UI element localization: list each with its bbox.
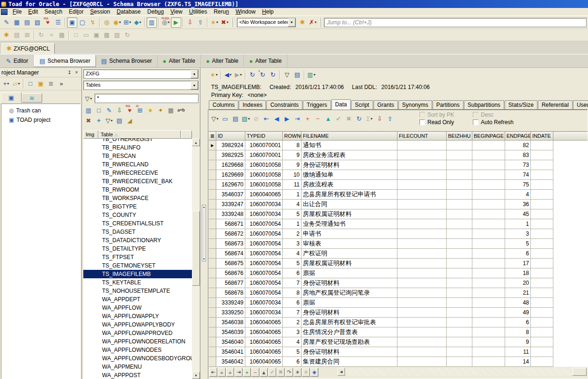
grid-cell[interactable] — [531, 170, 553, 180]
table-list-item[interactable]: TS_GETMONEYSET — [83, 261, 192, 270]
grid-cell[interactable]: 5 — [505, 239, 531, 249]
grid-cell[interactable] — [472, 229, 505, 239]
schema-combo-dropdown-icon[interactable]: ▼ — [191, 70, 198, 78]
grid-row[interactable]: 1629669106001005810缴纳通知单74 — [209, 170, 588, 180]
grid-cell[interactable] — [531, 190, 553, 200]
grid-cell[interactable]: 6 — [283, 298, 301, 308]
scrollbar-track[interactable] — [345, 368, 573, 376]
grid-cell[interactable]: 10 — [283, 170, 301, 180]
paste-node-button[interactable]: ▤ — [12, 30, 22, 40]
nav-forward-button[interactable]: ▶▾ — [233, 70, 243, 80]
menu-session[interactable]: Session — [87, 8, 113, 15]
grid-cell[interactable] — [397, 200, 447, 209]
refresh-grid-button[interactable]: ↻ — [354, 113, 364, 124]
row-indicator[interactable] — [209, 239, 216, 249]
doc-tab-schema-browser[interactable]: ▤Schema Browser — [34, 55, 96, 67]
grid-cell[interactable]: 2 — [283, 318, 301, 327]
connect-open-editor-button[interactable]: ✎ — [1, 17, 12, 28]
browser-filter-button[interactable]: ▽▾ — [104, 115, 114, 126]
scroll-up-icon[interactable]: ▲ — [192, 139, 200, 146]
grid-cell[interactable] — [397, 278, 447, 288]
grid-cell[interactable] — [397, 259, 447, 268]
table-list-item[interactable]: TS_DATADICTIONARY — [83, 236, 192, 245]
alter-object-button[interactable]: ✎ — [104, 105, 114, 115]
execute-disabled-button[interactable]: ⊘ — [251, 113, 261, 124]
table-list-scrollbar[interactable]: ▲ ▼ — [192, 139, 200, 379]
grid-cell[interactable] — [447, 337, 472, 347]
row-indicator[interactable] — [209, 308, 216, 318]
delete-row-button[interactable]: − — [313, 113, 323, 124]
grid-cell[interactable]: 申请书 — [301, 229, 397, 239]
refresh-object-button[interactable]: ↻ — [247, 70, 257, 80]
grid-cell[interactable] — [397, 249, 447, 259]
grid-cell[interactable] — [472, 209, 505, 219]
grid-cell[interactable] — [472, 347, 505, 357]
grid-cell[interactable] — [397, 190, 447, 200]
copy-project-button[interactable]: ▦ — [57, 30, 67, 40]
table-filter-input[interactable] — [95, 94, 198, 103]
grid-cell[interactable]: 568674 — [216, 249, 245, 259]
object-filter-button[interactable]: ▽ — [282, 70, 292, 80]
menu-view[interactable]: View — [167, 8, 186, 15]
grid-row[interactable]: 56867110600700541业务受理通知书1 — [209, 219, 588, 229]
grid-cell[interactable]: 6 — [505, 249, 531, 259]
truncate-axe-button[interactable]: ◢ — [125, 115, 135, 126]
grid-cell[interactable]: 3982925 — [216, 150, 245, 160]
grid-cell[interactable]: 住房情况分户普查表 — [301, 327, 397, 337]
grid-cell[interactable]: 1060040065 — [245, 347, 283, 357]
chart-view-button[interactable]: ▥▾ — [306, 70, 316, 80]
grid-cell[interactable] — [531, 259, 553, 268]
row-indicator[interactable] — [209, 327, 216, 337]
refresh-row-button[interactable]: ↻1 — [257, 70, 268, 80]
grid-cell[interactable]: 1629670 — [216, 180, 245, 190]
object-search-button[interactable]: ◎ — [102, 17, 112, 28]
create-object-button[interactable]: □ — [94, 105, 104, 115]
menu-editor[interactable]: Editor — [66, 8, 87, 15]
filter-funnel-button[interactable]: ▽▾ — [83, 93, 94, 104]
column-header-beizhhu[interactable]: BEIZHHU — [447, 132, 472, 141]
grid-row[interactable]: 56867310600700543审核表5 — [209, 239, 588, 249]
grid-row[interactable]: 56867410600700544产权证明6 — [209, 249, 588, 259]
navigator-post-record-button[interactable]: ✔ — [268, 368, 276, 377]
table-list-item[interactable]: TS_DETAILTYPE — [83, 245, 192, 253]
toolbar-grip[interactable] — [232, 18, 233, 27]
grid-cell[interactable]: 房屋权属证明材料 — [301, 259, 397, 268]
menu-debug[interactable]: Debug — [144, 8, 167, 15]
calculator-button[interactable]: ▦ — [166, 105, 176, 115]
message-panel-toggle-button[interactable]: ▢ — [77, 17, 88, 28]
grid-cell[interactable]: 4 — [283, 249, 301, 259]
workspace-gear-save-button[interactable]: ✱ — [1, 30, 12, 40]
table-list-item[interactable]: WA_APPFLOWNODES — [83, 346, 192, 354]
nav-last-button[interactable]: ⇥ — [292, 113, 302, 124]
grid-cell[interactable] — [397, 357, 447, 367]
column-header-indate[interactable]: INDATE — [531, 132, 553, 141]
plsql-lookup-button[interactable]: ◎PLSQL▾ — [161, 17, 171, 28]
grid-row[interactable]: 354603810600400652忠县房屋所有权登记审批表6 — [209, 318, 588, 327]
analyze-wand-button[interactable]: ✦ — [94, 115, 104, 126]
row-indicator[interactable] — [209, 288, 216, 298]
grid-cell[interactable] — [472, 259, 505, 268]
grid-cell[interactable]: 身份证明材料 — [301, 160, 397, 170]
grid-cell[interactable]: 82 — [505, 141, 531, 150]
connection-tab-zxfg@orcl[interactable]: ✱ZXFG@ORCL — [1, 43, 55, 54]
grid-row[interactable]: 333924910600700346票据48 — [209, 298, 588, 308]
menu-window[interactable]: Window — [232, 8, 259, 15]
grid-cell[interactable]: 568677 — [216, 278, 245, 288]
grid-cell[interactable] — [447, 150, 472, 160]
grid-row[interactable]: 354604210600400656集资建房合同14 — [209, 357, 588, 367]
grid-cell[interactable]: 568676 — [216, 268, 245, 278]
grid-cell[interactable]: 5 — [283, 209, 301, 219]
table-list-item[interactable]: WA_APPDEPT — [83, 295, 192, 304]
grid-cell[interactable]: 房政流程表 — [301, 180, 397, 190]
grid-cell[interactable]: 73 — [505, 160, 531, 170]
grid-cell[interactable]: 1629669 — [216, 170, 245, 180]
grid-cell[interactable]: 9 — [505, 337, 531, 347]
grid-cell[interactable]: 出让合同 — [301, 200, 397, 209]
grid-cell[interactable]: 票据 — [301, 268, 397, 278]
table-list-item[interactable]: TB_RWRECRECEIVE_BAK — [83, 177, 192, 186]
grid-row[interactable]: 354603710600400651忠县房屋所有权登记申请书4 — [209, 190, 588, 200]
grid-cell[interactable]: 房地产权属登记询问笔录 — [301, 288, 397, 298]
grid-cell[interactable] — [531, 327, 553, 337]
grid-cell[interactable]: 17 — [505, 259, 531, 268]
grid-cell[interactable]: 1060010058 — [245, 160, 283, 170]
